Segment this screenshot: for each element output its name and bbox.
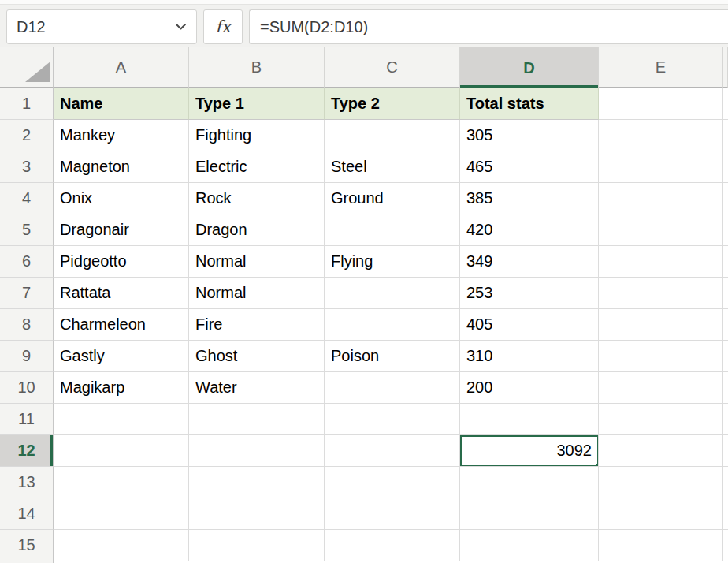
cell-E6[interactable] xyxy=(599,246,723,278)
cell-partial-7[interactable] xyxy=(723,278,728,309)
cell-C14[interactable] xyxy=(325,498,460,530)
cell-C11[interactable] xyxy=(325,404,460,435)
cell-B8[interactable]: Fire xyxy=(189,309,325,341)
cell-B10[interactable]: Water xyxy=(189,372,325,404)
cell-A13[interactable] xyxy=(54,467,189,498)
cell-D12[interactable]: 3092 xyxy=(460,435,599,467)
cell-A14[interactable] xyxy=(54,498,189,530)
cell-E10[interactable] xyxy=(599,372,723,404)
cell-C13[interactable] xyxy=(325,467,460,498)
cell-B15[interactable] xyxy=(189,530,325,561)
cell-A9[interactable]: Gastly xyxy=(54,341,189,372)
column-header-C[interactable]: C xyxy=(325,47,460,88)
cell-E3[interactable] xyxy=(599,151,723,183)
cell-D2[interactable]: 305 xyxy=(460,120,599,151)
cell-D7[interactable]: 253 xyxy=(460,278,599,309)
cell-partial-12[interactable] xyxy=(723,435,728,467)
cell-A10[interactable]: Magikarp xyxy=(54,372,189,404)
cell-E11[interactable] xyxy=(599,404,723,435)
row-header-2[interactable]: 2 xyxy=(0,120,54,151)
row-header-5[interactable]: 5 xyxy=(0,214,54,246)
row-header-8[interactable]: 8 xyxy=(0,309,54,341)
row-header-1[interactable]: 1 xyxy=(0,88,54,120)
cell-B14[interactable] xyxy=(189,498,325,530)
cell-C9[interactable]: Poison xyxy=(325,341,460,372)
name-box[interactable] xyxy=(6,9,197,44)
cell-D10[interactable]: 200 xyxy=(460,372,599,404)
cell-partial-2[interactable] xyxy=(723,120,728,151)
cell-B7[interactable]: Normal xyxy=(189,278,325,309)
cell-D13[interactable] xyxy=(460,467,599,498)
row-header-14[interactable]: 14 xyxy=(0,498,54,530)
cell-E14[interactable] xyxy=(599,498,723,530)
row-header-13[interactable]: 13 xyxy=(0,467,54,498)
cell-C8[interactable] xyxy=(325,309,460,341)
row-header-6[interactable]: 6 xyxy=(0,246,54,278)
cell-C12[interactable] xyxy=(325,435,460,467)
cell-E2[interactable] xyxy=(599,120,723,151)
cell-D9[interactable]: 310 xyxy=(460,341,599,372)
cell-A15[interactable] xyxy=(54,530,189,561)
cell-B11[interactable] xyxy=(189,404,325,435)
cell-B13[interactable] xyxy=(189,467,325,498)
cell-A6[interactable]: Pidgeotto xyxy=(54,246,189,278)
cell-E15[interactable] xyxy=(599,530,723,561)
cell-C5[interactable] xyxy=(325,214,460,246)
cell-D15[interactable] xyxy=(460,530,599,561)
cell-partial-15[interactable] xyxy=(723,530,728,561)
cell-partial-5[interactable] xyxy=(723,214,728,246)
column-header-D[interactable]: D xyxy=(460,47,599,88)
cell-E4[interactable] xyxy=(599,183,723,214)
cell-D1[interactable]: Total stats xyxy=(460,88,599,120)
cell-B4[interactable]: Rock xyxy=(189,183,325,214)
cell-A2[interactable]: Mankey xyxy=(54,120,189,151)
insert-function-button[interactable]: fx xyxy=(203,9,243,44)
cell-A4[interactable]: Onix xyxy=(54,183,189,214)
cell-B5[interactable]: Dragon xyxy=(189,214,325,246)
cell-C1[interactable]: Type 2 xyxy=(325,88,460,120)
cell-C7[interactable] xyxy=(325,278,460,309)
cell-E8[interactable] xyxy=(599,309,723,341)
cell-E13[interactable] xyxy=(599,467,723,498)
cell-A1[interactable]: Name xyxy=(54,88,189,120)
row-header-9[interactable]: 9 xyxy=(0,341,54,372)
row-header-11[interactable]: 11 xyxy=(0,404,54,435)
cell-E7[interactable] xyxy=(599,278,723,309)
cell-C2[interactable] xyxy=(325,120,460,151)
cell-D4[interactable]: 385 xyxy=(460,183,599,214)
cell-E9[interactable] xyxy=(599,341,723,372)
cell-D6[interactable]: 349 xyxy=(460,246,599,278)
cell-D5[interactable]: 420 xyxy=(460,214,599,246)
cell-E12[interactable] xyxy=(599,435,723,467)
cell-A5[interactable]: Dragonair xyxy=(54,214,189,246)
fill-handle[interactable] xyxy=(596,464,599,467)
cell-C4[interactable]: Ground xyxy=(325,183,460,214)
cell-C6[interactable]: Flying xyxy=(325,246,460,278)
cell-C10[interactable] xyxy=(325,372,460,404)
cell-A11[interactable] xyxy=(54,404,189,435)
cell-A3[interactable]: Magneton xyxy=(54,151,189,183)
cell-partial-8[interactable] xyxy=(723,309,728,341)
cell-partial-13[interactable] xyxy=(723,467,728,498)
cell-C15[interactable] xyxy=(325,530,460,561)
cell-A8[interactable]: Charmeleon xyxy=(54,309,189,341)
cell-partial-6[interactable] xyxy=(723,246,728,278)
cell-partial-10[interactable] xyxy=(723,372,728,404)
cell-E1[interactable] xyxy=(599,88,723,120)
cell-B6[interactable]: Normal xyxy=(189,246,325,278)
cell-D14[interactable] xyxy=(460,498,599,530)
cell-D11[interactable] xyxy=(460,404,599,435)
cell-B3[interactable]: Electric xyxy=(189,151,325,183)
cell-E5[interactable] xyxy=(599,214,723,246)
column-header-E[interactable]: E xyxy=(599,47,723,88)
cell-partial-1[interactable] xyxy=(723,88,728,120)
row-header-15[interactable]: 15 xyxy=(0,530,54,561)
row-header-7[interactable]: 7 xyxy=(0,278,54,309)
row-header-4[interactable]: 4 xyxy=(0,183,54,214)
select-all-corner[interactable] xyxy=(0,47,54,88)
cell-A12[interactable] xyxy=(54,435,189,467)
formula-bar[interactable] xyxy=(249,9,728,44)
row-header-3[interactable]: 3 xyxy=(0,151,54,183)
cell-B2[interactable]: Fighting xyxy=(189,120,325,151)
column-header-B[interactable]: B xyxy=(189,47,325,88)
